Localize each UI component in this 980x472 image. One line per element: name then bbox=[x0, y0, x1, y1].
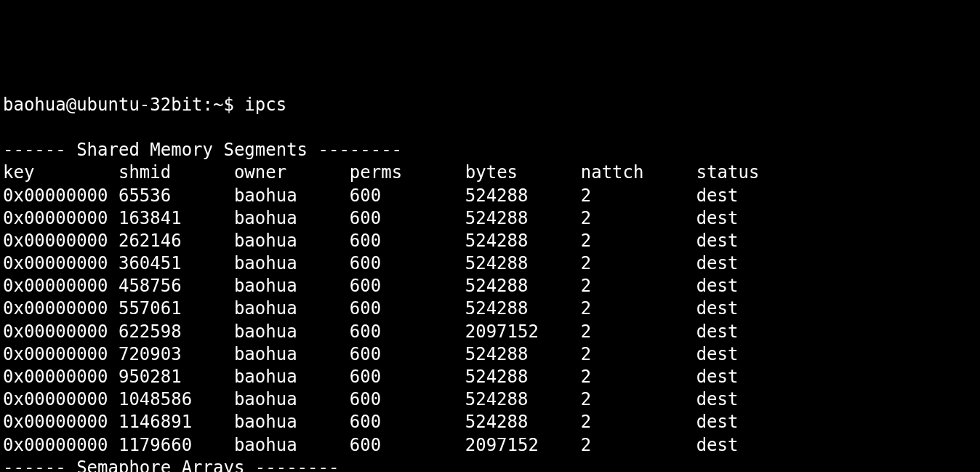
prompt-line: baohua@ubuntu-32bit:~$ ipcs bbox=[3, 95, 286, 115]
terminal-output[interactable]: baohua@ubuntu-32bit:~$ ipcs ------ Share… bbox=[3, 94, 977, 472]
prompt-user-host: baohua@ubuntu-32bit bbox=[3, 95, 203, 115]
shm-header-row: key shmid owner perms bytes nattch statu… bbox=[3, 162, 759, 183]
col-header-perms: perms bbox=[350, 162, 402, 183]
col-header-status: status bbox=[696, 162, 760, 183]
shm-section-title: ------ Shared Memory Segments -------- bbox=[3, 140, 402, 160]
col-header-owner: owner bbox=[234, 162, 286, 183]
prompt-path: ~ bbox=[213, 95, 223, 115]
col-header-nattch: nattch bbox=[581, 162, 644, 183]
col-header-shmid: shmid bbox=[119, 162, 171, 183]
command-text: ipcs bbox=[244, 95, 286, 115]
prompt-separator: : bbox=[203, 95, 213, 115]
prompt-symbol: $ bbox=[223, 95, 233, 115]
shm-rows-container: 0x00000000 65536 baohua 600 524288 2 des… bbox=[3, 185, 738, 455]
sem-section-title: ------ Semaphore Arrays -------- bbox=[3, 457, 339, 472]
col-header-key: key bbox=[3, 162, 34, 183]
col-header-bytes: bytes bbox=[465, 162, 518, 183]
